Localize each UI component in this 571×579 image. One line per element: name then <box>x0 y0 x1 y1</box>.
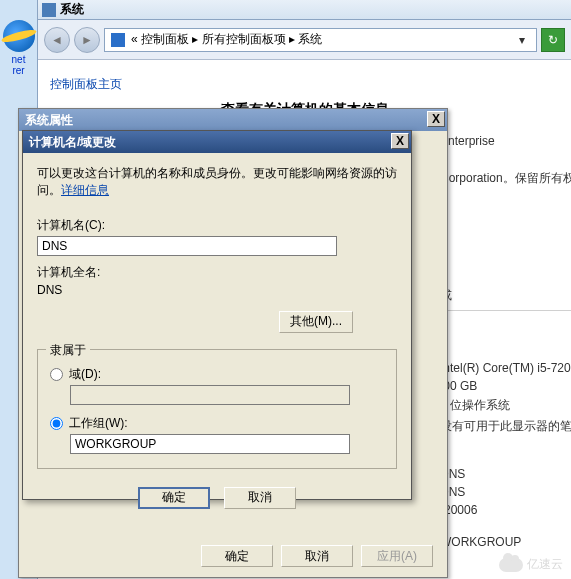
sysprops-titlebar: 系统属性 X <box>19 109 447 131</box>
address-box[interactable]: « 控制面板 ▸ 所有控制面板项 ▸ 系统 ▾ <box>104 28 537 52</box>
sysprops-close-button[interactable]: X <box>427 111 445 127</box>
changedlg-ok-button[interactable]: 确定 <box>138 487 210 509</box>
wg-text: WORKGROUP <box>440 535 571 549</box>
ie-logo-icon <box>3 20 35 52</box>
control-panel-icon <box>111 33 125 47</box>
cloud-icon <box>499 558 523 572</box>
address-dropdown-icon[interactable]: ▾ <box>514 33 530 47</box>
member-of-legend: 隶属于 <box>46 342 90 359</box>
nav-forward-button[interactable]: ► <box>74 27 100 53</box>
changedlg-title: 计算机名/域更改 <box>29 135 116 149</box>
changedlg-titlebar: 计算机名/域更改 X <box>23 131 411 153</box>
address-path: « 控制面板 ▸ 所有控制面板项 ▸ 系统 <box>131 31 514 48</box>
workgroup-input[interactable] <box>70 434 350 454</box>
other-button[interactable]: 其他(M)... <box>279 311 353 333</box>
cpu-text: Intel(R) Core(TM) i5-7200 <box>440 361 571 375</box>
changedlg-description: 可以更改这台计算机的名称和成员身份。更改可能影响网络资源的访问。详细信息 <box>37 165 397 199</box>
edition-text: Enterprise <box>440 134 571 148</box>
workgroup-radio[interactable] <box>50 417 63 430</box>
domain-radio[interactable] <box>50 368 63 381</box>
full-name-label: 计算机全名: <box>37 264 397 281</box>
full-name-value: DNS <box>37 283 397 297</box>
sysprops-cancel-button[interactable]: 取消 <box>281 545 353 567</box>
sysprops-ok-button[interactable]: 确定 <box>201 545 273 567</box>
changedlg-button-row: 确定 取消 <box>37 487 397 509</box>
sysprops-apply-button[interactable]: 应用(A) <box>361 545 433 567</box>
ie-text-2: rer <box>0 65 37 76</box>
computer-name-label: 计算机名(C): <box>37 217 397 234</box>
code-text: -20006 <box>440 503 571 517</box>
member-of-groupbox: 隶属于 域(D): 工作组(W): <box>37 349 397 469</box>
nav-back-button[interactable]: ◄ <box>44 27 70 53</box>
computer-name-change-dialog: 计算机名/域更改 X 可以更改这台计算机的名称和成员身份。更改可能影响网络资源的… <box>22 130 412 500</box>
dns2-text: DNS <box>440 485 571 499</box>
copyright-text: Corporation。保留所有权利 <box>440 170 571 187</box>
dns1-text: DNS <box>440 467 571 481</box>
changedlg-body: 可以更改这台计算机的名称和成员身份。更改可能影响网络资源的访问。详细信息 计算机… <box>23 153 411 521</box>
window-title: 系统 <box>60 1 84 18</box>
window-titlebar: 系统 <box>38 0 571 20</box>
maybe-text: 或 <box>440 287 571 304</box>
changedlg-cancel-button[interactable]: 取消 <box>224 487 296 509</box>
ram-text: .00 GB <box>440 379 571 393</box>
sysprops-title: 系统属性 <box>25 113 73 127</box>
ie-text-1: net <box>0 54 37 65</box>
watermark-text: 亿速云 <box>527 556 563 573</box>
system-icon <box>42 3 56 17</box>
system-info-partial: Enterprise Corporation。保留所有权利 或 Intel(R)… <box>440 130 571 553</box>
address-bar-row: ◄ ► « 控制面板 ▸ 所有控制面板项 ▸ 系统 ▾ ↻ <box>38 20 571 60</box>
domain-label: 域(D): <box>69 366 101 383</box>
refresh-button[interactable]: ↻ <box>541 28 565 52</box>
control-panel-home-link[interactable]: 控制面板主页 <box>50 76 559 93</box>
domain-input <box>70 385 350 405</box>
ostype-text: 4 位操作系统 <box>440 397 571 414</box>
computer-name-input[interactable] <box>37 236 337 256</box>
watermark: 亿速云 <box>499 556 563 573</box>
workgroup-label: 工作组(W): <box>69 415 128 432</box>
pen-text: 没有可用于此显示器的笔或触 <box>440 418 571 435</box>
detail-link[interactable]: 详细信息 <box>61 183 109 197</box>
sysprops-button-row: 确定 取消 应用(A) <box>201 545 433 567</box>
changedlg-close-button[interactable]: X <box>391 133 409 149</box>
